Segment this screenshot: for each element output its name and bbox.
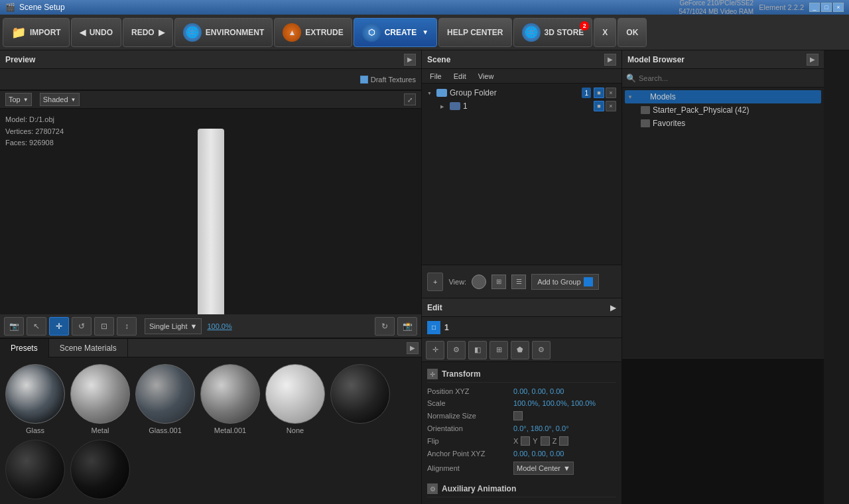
view-grid-button[interactable]: ⊞ [491, 275, 506, 289]
model-browser-expand-button[interactable]: ▶ [807, 54, 818, 66]
view-mode-dropdown[interactable]: Top ▼ [5, 93, 32, 106]
add-to-group-button[interactable]: Add to Group [531, 274, 598, 290]
edit-expand-button[interactable]: ▶ [610, 303, 616, 312]
environment-button[interactable]: 🌐 ENVIRONMENT [174, 18, 273, 47]
favorites-label: Favorites [653, 119, 685, 128]
refresh-button[interactable]: ↻ [375, 317, 395, 336]
scene-file-menu[interactable]: File [424, 69, 447, 84]
list-item[interactable] [330, 364, 390, 434]
ok-button[interactable]: OK [618, 18, 647, 47]
3d-store-button[interactable]: 🌐 3D STORE 2 [513, 18, 593, 47]
maximize-button[interactable]: □ [821, 3, 832, 12]
light-mode-dropdown[interactable]: Single Light ▼ [145, 318, 202, 334]
camera-tool-button[interactable]: 📷 [4, 317, 24, 336]
scene-materials-tab[interactable]: Scene Materials [49, 339, 128, 357]
tree-row[interactable]: ▼ Models [625, 90, 821, 103]
folder-icon [436, 89, 447, 97]
list-item[interactable] [70, 440, 130, 502]
redo-button[interactable]: REDO ▶ [123, 18, 173, 47]
settings-edit-tool[interactable]: ⚙ [447, 341, 466, 359]
auxiliary-icon: ⚙ [427, 483, 438, 494]
search-bar: 🔍 [622, 69, 824, 88]
select-tool-button[interactable]: ↖ [27, 317, 46, 336]
flip-z-checkbox[interactable] [559, 436, 568, 446]
presets-expand-button[interactable]: ▶ [407, 342, 419, 354]
scene-expand-button[interactable]: ▶ [604, 54, 616, 66]
flip-y-checkbox[interactable] [541, 436, 550, 446]
anchor-point-value[interactable]: 0.00, 0.00, 0.00 [513, 450, 564, 458]
search-input[interactable] [639, 74, 820, 82]
view-list-button[interactable]: ☰ [511, 275, 526, 289]
paint-edit-tool[interactable]: ⬟ [511, 341, 529, 359]
tree-row[interactable]: 1 ■ × [438, 99, 619, 113]
scale-value[interactable]: 100.0%, 100.0%, 100.0% [513, 399, 596, 407]
snapshot-button[interactable]: 📸 [397, 317, 417, 336]
position-xyz-value[interactable]: 0.00, 0.00, 0.00 [513, 387, 564, 395]
tree-item-badge: 1 [582, 88, 591, 98]
viewport-fullscreen-button[interactable]: ⤢ [404, 94, 416, 105]
flip-x-checkbox[interactable] [521, 436, 530, 446]
create-button[interactable]: ⬡ CREATE ▼ [354, 18, 437, 47]
scene-edit-menu[interactable]: Edit [448, 69, 472, 84]
transform-tool-button[interactable]: ↕ [117, 317, 137, 336]
rotate-tool-button[interactable]: ↺ [72, 317, 92, 336]
minimize-button[interactable]: _ [809, 3, 820, 12]
view-sphere-button[interactable] [472, 275, 486, 289]
move-edit-tool[interactable]: ✛ [426, 341, 444, 359]
undo-button[interactable]: ◀ UNDO [71, 18, 121, 47]
list-item[interactable]: Glass [5, 364, 65, 434]
list-item[interactable]: Metal [70, 364, 130, 434]
undo-icon: ◀ [80, 28, 86, 37]
import-button[interactable]: 📁 IMPORT [3, 18, 70, 47]
tree-row[interactable]: Starter_Pack_Physical (42) [638, 103, 821, 117]
transform-label: Transform [442, 369, 481, 379]
anchor-point-label: Anchor Point XYZ [427, 450, 513, 458]
preview-title: Preview [5, 55, 35, 64]
settings2-edit-tool[interactable]: ⚙ [532, 341, 551, 359]
tree-visibility-button[interactable]: ■ [594, 88, 604, 98]
preview-expand-button[interactable]: ▶ [404, 54, 416, 66]
orientation-label: Orientation [427, 424, 513, 432]
list-item[interactable] [5, 440, 65, 502]
edit-panel: Edit ▶ □ 1 ✛ ⚙ ◧ ⊞ ⬟ ⚙ ✛ Transform [422, 298, 621, 504]
orientation-value[interactable]: 0.0°, 180.0°, 0.0° [513, 424, 569, 432]
preview-panel-header: Preview ▶ [0, 50, 421, 69]
help-center-button[interactable]: HELP CENTER [438, 18, 511, 47]
viewport: Model: D:/1.obj Vertices: 2780724 Faces:… [0, 109, 421, 314]
normalize-size-checkbox[interactable] [513, 411, 523, 420]
close-button[interactable]: × [833, 3, 844, 12]
view-mode-arrow: ▼ [23, 97, 29, 103]
edit-content: ✛ Transform Position XYZ 0.00, 0.00, 0.0… [422, 362, 621, 504]
material-edit-tool[interactable]: ◧ [468, 341, 487, 359]
tree-row[interactable]: Group Folder 1 ■ × [424, 86, 619, 99]
edit-item-label: 1 [444, 323, 449, 332]
list-item[interactable]: None [265, 364, 325, 434]
create-dropdown-arrow: ▼ [422, 29, 428, 36]
tree-visibility-button[interactable]: ■ [594, 101, 604, 111]
scale-label: Scale [427, 399, 513, 407]
multimaterial-edit-tool[interactable]: ⊞ [490, 341, 508, 359]
list-item[interactable]: Glass.001 [135, 364, 195, 434]
scene-tree: Group Folder 1 ■ × 1 ■ × [422, 84, 621, 265]
add-scene-button[interactable]: + [427, 273, 443, 291]
tree-expand-arrow [427, 90, 434, 96]
tree-item-label: 1 [463, 101, 591, 111]
draft-textures-checkbox[interactable] [360, 76, 368, 84]
x-button[interactable]: X [594, 18, 616, 47]
title-text: Scene Setup [19, 3, 65, 12]
list-item[interactable]: Metal.001 [200, 364, 260, 434]
tree-close-button[interactable]: × [606, 101, 616, 111]
zoom-level-button[interactable]: 100.0% [207, 322, 231, 330]
tree-close-button[interactable]: × [606, 88, 616, 98]
folder-icon [450, 102, 460, 110]
tree-row[interactable]: Favorites [638, 117, 821, 130]
alignment-dropdown[interactable]: Model Center ▼ [513, 462, 574, 475]
move-tool-button[interactable]: ✛ [49, 317, 69, 336]
presets-tab[interactable]: Presets [0, 339, 49, 357]
position-xyz-label: Position XYZ [427, 387, 513, 395]
shade-mode-dropdown[interactable]: Shaded ▼ [40, 93, 80, 106]
shade-mode-arrow: ▼ [71, 97, 76, 103]
scale-tool-button[interactable]: ⊡ [94, 317, 114, 336]
scene-view-menu[interactable]: View [473, 69, 499, 84]
extrude-button[interactable]: ▲ EXTRUDE [274, 18, 352, 47]
